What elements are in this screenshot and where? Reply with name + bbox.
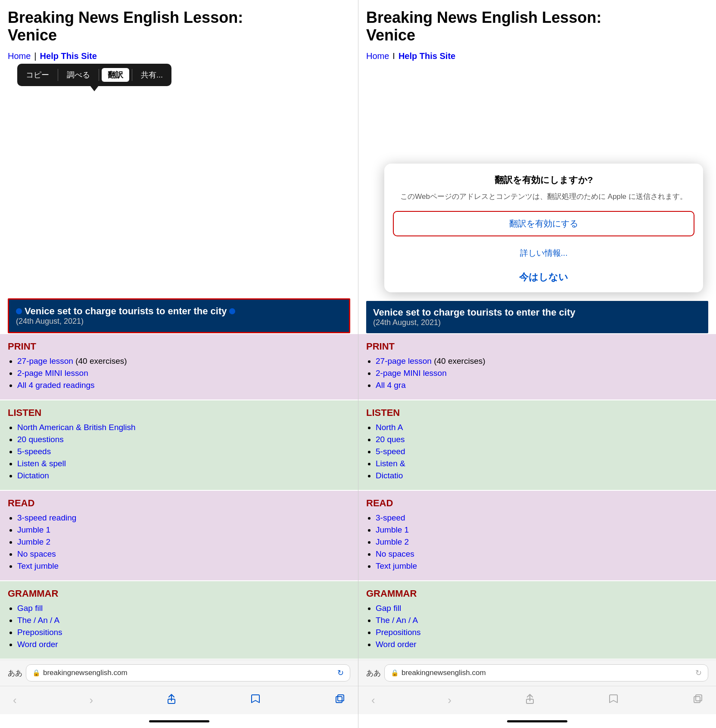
url-bar-left[interactable]: 🔒 breakingnewsenglish.com ↻ (26, 664, 350, 682)
read-link-r4[interactable]: No spaces (376, 549, 414, 558)
read-link-r5[interactable]: Text jumble (376, 561, 417, 570)
home-link-right[interactable]: Home (366, 51, 389, 61)
print-heading-right: PRINT (366, 341, 708, 352)
url-text-left: breakingnewsenglish.com (43, 669, 128, 677)
back-button-left[interactable]: ‹ (9, 692, 21, 709)
headline-text-right: Venice set to charge tourists to enter t… (373, 307, 575, 318)
print-link-r3[interactable]: All 4 gra (376, 381, 406, 390)
context-share[interactable]: 共有... (135, 68, 169, 82)
list-item: 27-page lesson (40 exercises) (376, 356, 708, 366)
help-link-right[interactable]: Help This Site (398, 51, 455, 61)
list-item: 3-speed reading (17, 513, 350, 523)
reload-icon-right[interactable]: ↻ (695, 668, 702, 678)
reload-icon-left[interactable]: ↻ (337, 668, 344, 678)
lock-icon-left: 🔒 (32, 669, 40, 677)
tabs-button-left[interactable] (330, 691, 349, 709)
home-link-left[interactable]: Home (8, 51, 31, 61)
share-button-left[interactable] (162, 691, 181, 709)
listen-link-r1[interactable]: North A (376, 423, 403, 432)
url-bar-right[interactable]: 🔒 breakingnewsenglish.com ↻ (384, 664, 708, 682)
headline-banner-left: Venice set to charge tourists to enter t… (8, 298, 350, 333)
context-copy[interactable]: コピー (20, 68, 55, 82)
list-item: 2-page MINI lesson (17, 369, 350, 378)
bottom-bar-right: ああ 🔒 breakingnewsenglish.com ↻ (358, 660, 716, 686)
grammar-link-r3[interactable]: Prepositions (376, 628, 421, 637)
listen-link-3[interactable]: 5-speeds (17, 447, 51, 456)
share-button-right[interactable] (520, 691, 540, 709)
svg-rect-4 (694, 697, 700, 703)
context-translate[interactable]: 翻訳 (102, 68, 129, 82)
list-item: 27-page lesson (40 exercises) (17, 356, 350, 366)
grammar-link-r4[interactable]: Word order (376, 640, 417, 649)
aa-text-left[interactable]: ああ (8, 668, 22, 678)
grammar-link-r1[interactable]: Gap fill (376, 604, 401, 613)
read-link-3[interactable]: Jumble 2 (17, 537, 50, 546)
dialog-body: このWebページのアドレスとコンテンツは、翻訳処理のために Apple に送信さ… (393, 191, 694, 202)
read-link-r1[interactable]: 3-speed (376, 513, 405, 522)
read-link-1[interactable]: 3-speed reading (17, 513, 76, 522)
section-read-right: READ 3-speed Jumble 1 Jumble 2 No spaces… (358, 491, 716, 580)
page-title-right: Breaking News English Lesson: Venice (366, 9, 708, 44)
right-phone-panel: Breaking News English Lesson: Venice Hom… (358, 0, 716, 728)
grammar-link-4[interactable]: Word order (17, 640, 58, 649)
list-item: Jumble 1 (17, 525, 350, 535)
list-item: Gap fill (17, 604, 350, 613)
print-link-2[interactable]: 2-page MINI lesson (17, 369, 88, 378)
listen-heading-left: LISTEN (8, 407, 350, 418)
forward-button-left[interactable]: › (85, 692, 98, 709)
cancel-translation-button[interactable]: 今はしない (393, 266, 694, 288)
read-link-5[interactable]: Text jumble (17, 561, 59, 570)
listen-link-r4[interactable]: Listen & (376, 459, 405, 468)
listen-link-r5[interactable]: Dictatio (376, 471, 403, 480)
help-link-left[interactable]: Help This Site (40, 51, 97, 61)
read-link-4[interactable]: No spaces (17, 549, 56, 558)
grammar-link-1[interactable]: Gap fill (17, 604, 43, 613)
list-item: 20 ques (376, 435, 708, 444)
section-grammar-right: GRAMMAR Gap fill The / An / A Prepositio… (358, 581, 716, 659)
selection-handle-right (229, 308, 235, 314)
print-link-r2[interactable]: 2-page MINI lesson (376, 369, 447, 378)
nav-toolbar-right: ‹ › (358, 686, 716, 714)
listen-link-4[interactable]: Listen & spell (17, 459, 66, 468)
bookmarks-button-left[interactable] (246, 691, 265, 709)
read-link-r2[interactable]: Jumble 1 (376, 525, 409, 534)
list-item: 5-speeds (17, 447, 350, 456)
list-item: 20 questions (17, 435, 350, 444)
selection-handle-left (16, 308, 22, 314)
grammar-link-2[interactable]: The / An / A (17, 616, 59, 625)
grammar-heading-left: GRAMMAR (8, 588, 350, 599)
list-item: The / An / A (376, 616, 708, 625)
tabs-button-right[interactable] (688, 691, 707, 709)
home-indicator-right (358, 714, 716, 728)
print-link-1[interactable]: 27-page lesson (17, 356, 73, 366)
list-item: No spaces (17, 549, 350, 559)
list-item: 3-speed (376, 513, 708, 523)
grammar-link-r2[interactable]: The / An / A (376, 616, 418, 625)
listen-link-1[interactable]: North American & British English (17, 423, 136, 432)
listen-link-2[interactable]: 20 questions (17, 435, 64, 444)
more-info-button[interactable]: 詳しい情報... (393, 243, 694, 263)
listen-link-r2[interactable]: 20 ques (376, 435, 405, 444)
read-link-r3[interactable]: Jumble 2 (376, 537, 409, 546)
back-button-right[interactable]: ‹ (367, 692, 380, 709)
section-grammar-left: GRAMMAR Gap fill The / An / A Prepositio… (0, 581, 358, 659)
enable-translation-button[interactable]: 翻訳を有効にする (393, 211, 694, 236)
grammar-link-3[interactable]: Prepositions (17, 628, 62, 637)
context-lookup[interactable]: 調べる (61, 68, 96, 82)
list-item: Gap fill (376, 604, 708, 613)
print-link-r1[interactable]: 27-page lesson (376, 356, 432, 366)
section-print-right: PRINT 27-page lesson (40 exercises) 2-pa… (358, 334, 716, 400)
print-list-right: 27-page lesson (40 exercises) 2-page MIN… (366, 356, 708, 390)
aa-text-right[interactable]: ああ (366, 668, 381, 678)
read-list-left: 3-speed reading Jumble 1 Jumble 2 No spa… (8, 513, 350, 571)
svg-rect-5 (696, 695, 702, 701)
nav-separator-left: | (34, 51, 36, 61)
listen-link-r3[interactable]: 5-speed (376, 447, 405, 456)
forward-button-right[interactable]: › (443, 692, 456, 709)
read-link-2[interactable]: Jumble 1 (17, 525, 50, 534)
bookmarks-button-right[interactable] (604, 691, 623, 709)
listen-link-5[interactable]: Dictation (17, 471, 49, 480)
lock-icon-right: 🔒 (391, 669, 399, 677)
print-link-3[interactable]: All 4 graded readings (17, 381, 95, 390)
nav-toolbar-left: ‹ › (0, 686, 358, 714)
